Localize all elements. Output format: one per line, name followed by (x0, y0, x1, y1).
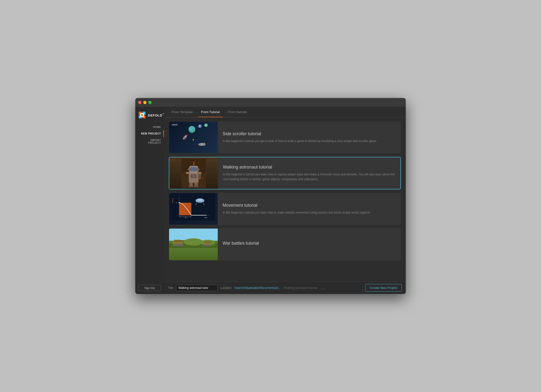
thumbnail-war-battles (169, 229, 218, 260)
create-new-project-button[interactable]: Create New Project (365, 284, 402, 292)
sidebar-item-new-project[interactable]: NEW PROJECT (135, 130, 164, 137)
spaceship: 🚀 (182, 134, 188, 140)
svg-rect-20 (194, 185, 198, 187)
svg-rect-66 (208, 242, 211, 242)
astronaut-svg (181, 159, 206, 188)
svg-point-34 (211, 196, 211, 197)
bottom-bar: Title Location /Users/mikaelsaker/Docume… (164, 281, 406, 294)
title-input[interactable] (176, 285, 217, 291)
more-options-button[interactable]: ... (320, 286, 326, 290)
project-card-war-battles[interactable]: War battles tutorial (169, 228, 401, 260)
sidebar-item-import-project[interactable]: IMPORT PROJECT (135, 137, 164, 146)
svg-rect-57 (174, 240, 181, 242)
svg-point-24 (193, 162, 195, 163)
svg-point-29 (189, 196, 189, 197)
thumbnail-side-scroller: 18000 ★ ★ 🚀 (169, 122, 218, 153)
svg-rect-58 (180, 240, 185, 241)
war-svg (169, 229, 218, 248)
card-title-side-scroller: Side scroller tutorial (223, 131, 377, 136)
svg-point-13 (197, 168, 199, 171)
enemy-ship (198, 143, 206, 146)
svg-point-26 (176, 196, 176, 197)
main-window: DEFOLD™ HOME NEW PROJECT IMPORT PROJECT … (135, 98, 406, 294)
svg-rect-15 (186, 172, 189, 174)
svg-point-30 (193, 196, 194, 197)
score-badge: 18000 (171, 124, 178, 126)
svg-text:time: time (204, 217, 207, 218)
logo-text: DEFOLD™ (148, 113, 165, 117)
svg-rect-63 (173, 244, 183, 246)
tab-from-template[interactable]: From Template (169, 107, 196, 117)
planet-large (189, 126, 195, 133)
svg-rect-10 (190, 167, 197, 171)
logo-area: DEFOLD™ (135, 109, 164, 124)
project-card-movement[interactable]: velocity time dt v₀ (169, 193, 401, 225)
tab-bar: From Template From Tutorial From Sample (164, 107, 406, 117)
project-card-walking-astronaut[interactable]: Walking astronaut tutorial In this begin… (169, 157, 401, 189)
svg-point-27 (180, 196, 180, 197)
svg-rect-41 (179, 203, 191, 215)
svg-rect-65 (204, 241, 208, 243)
card-desc-walking-astronaut: In this beginner's tutorial you learn ho… (223, 172, 396, 181)
defold-logo (138, 111, 146, 119)
svg-point-32 (202, 196, 202, 197)
card-desc-side-scroller: In this beginner's tutorial you get a ta… (223, 139, 377, 143)
sign-out-button[interactable]: Sign Out (138, 285, 161, 291)
tab-from-sample[interactable]: From Sample (225, 107, 250, 117)
svg-point-54 (184, 238, 203, 246)
project-card-side-scroller[interactable]: 18000 ★ ★ 🚀 (169, 121, 401, 153)
planet-small-2 (204, 124, 208, 127)
location-label: Location (220, 286, 231, 290)
svg-point-5 (141, 114, 143, 116)
card-title-walking-astronaut: Walking astronaut tutorial (223, 165, 396, 170)
card-title-war-battles: War battles tutorial (223, 241, 259, 246)
main-content: From Template From Tutorial From Sample … (164, 107, 406, 294)
app-body: DEFOLD™ HOME NEW PROJECT IMPORT PROJECT … (135, 107, 406, 294)
svg-point-72 (205, 231, 206, 231)
card-info-walking-astronaut: Walking astronaut tutorial In this begin… (218, 157, 400, 189)
close-button[interactable] (138, 101, 141, 104)
traffic-lights (138, 101, 152, 104)
svg-point-12 (188, 168, 191, 171)
maximize-button[interactable] (148, 101, 152, 104)
svg-point-22 (193, 175, 195, 177)
card-info-movement: Movement tutorial In this beginner's tut… (218, 193, 375, 225)
svg-text:velocity: velocity (172, 198, 174, 203)
sidebar-item-home[interactable]: HOME (135, 124, 164, 130)
svg-point-42 (196, 198, 204, 203)
content-area[interactable]: 18000 ★ ★ 🚀 (164, 117, 406, 281)
svg-point-46 (179, 202, 180, 203)
svg-point-31 (198, 196, 198, 197)
sidebar: DEFOLD™ HOME NEW PROJECT IMPORT PROJECT … (135, 107, 164, 294)
svg-rect-25 (171, 193, 215, 221)
svg-point-71 (181, 232, 182, 233)
minimize-button[interactable] (143, 101, 146, 104)
tab-from-tutorial[interactable]: From Tutorial (198, 107, 223, 117)
card-info-war-battles: War battles tutorial (218, 229, 264, 260)
sign-out-area: Sign Out (135, 282, 164, 294)
movement-svg: velocity time dt v₀ (171, 193, 215, 222)
thumbnail-walking-astronaut (169, 157, 218, 189)
card-desc-movement: In this beginner's tutorial you learn ho… (223, 210, 370, 215)
card-title-movement: Movement tutorial (223, 203, 370, 208)
svg-rect-16 (198, 172, 201, 174)
svg-point-28 (184, 196, 185, 197)
title-label: Title (168, 286, 173, 290)
titlebar (135, 98, 406, 107)
location-path: /Users/mikaelsaker/Documents/pr... (234, 286, 280, 290)
svg-rect-19 (189, 185, 193, 187)
planet-small-1 (198, 125, 202, 128)
thumbnail-movement: velocity time dt v₀ (169, 193, 218, 225)
svg-rect-70 (203, 244, 210, 246)
location-sub: /Walking astronaut tutorial (283, 286, 317, 290)
card-info-side-scroller: Side scroller tutorial In this beginner'… (218, 122, 382, 153)
star-1: ★ (192, 138, 194, 141)
svg-rect-43 (198, 199, 202, 200)
nav-items: HOME NEW PROJECT IMPORT PROJECT (135, 124, 164, 146)
svg-point-33 (206, 196, 207, 197)
